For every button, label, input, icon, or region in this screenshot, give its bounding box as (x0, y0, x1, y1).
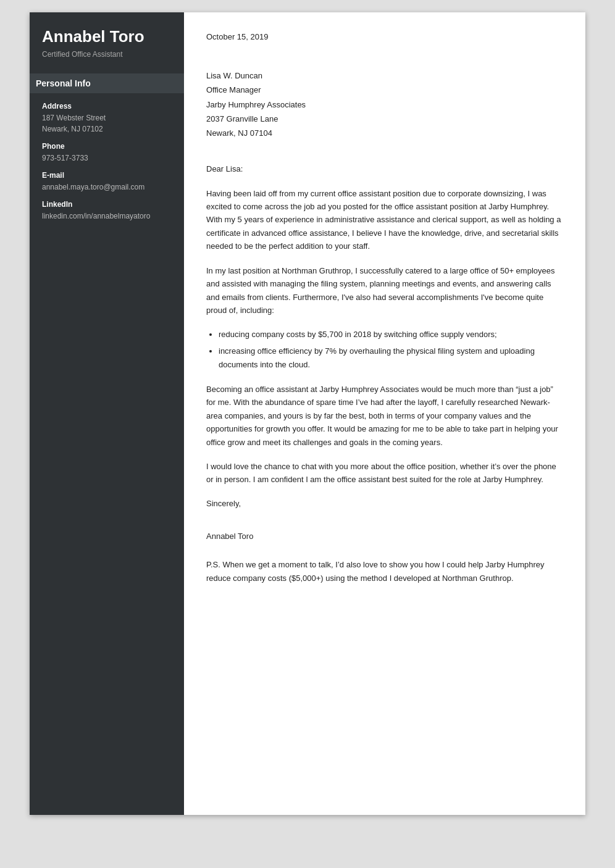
ps-paragraph: P.S. When we get a moment to talk, I’d a… (206, 558, 563, 585)
linkedin-label: LinkedIn (42, 200, 172, 209)
recipient-title: Office Manager (206, 83, 563, 97)
linkedin-value: linkedin.com/in/annabelmayatoro (42, 211, 172, 222)
accomplishments-list: reducing company costs by $5,700 in 2018… (219, 328, 563, 371)
letter-date: October 15, 2019 (206, 31, 563, 44)
address-line1: 187 Webster Street (42, 112, 172, 123)
recipient-address2: Newark, NJ 07104 (206, 126, 563, 140)
signature: Annabel Toro (206, 530, 563, 543)
address-label: Address (42, 102, 172, 111)
recipient-block: Lisa W. Duncan Office Manager Jarby Hump… (206, 69, 563, 141)
closing: Sincerely, (206, 498, 563, 511)
recipient-company: Jarby Humphrey Associates (206, 98, 563, 112)
sidebar: Annabel Toro Certified Office Assistant … (30, 12, 184, 815)
paragraph-2: In my last position at Northman Gruthrop… (206, 264, 563, 317)
phone-value: 973-517-3733 (42, 152, 172, 164)
paragraph-4: I would love the chance to chat with you… (206, 460, 563, 486)
applicant-title: Certified Office Assistant (42, 50, 172, 59)
page: Annabel Toro Certified Office Assistant … (30, 12, 585, 815)
recipient-address1: 2037 Granville Lane (206, 112, 563, 126)
salutation: Dear Lisa: (206, 163, 563, 176)
email-label: E-mail (42, 171, 172, 180)
recipient-name: Lisa W. Duncan (206, 69, 563, 83)
main-content: October 15, 2019 Lisa W. Duncan Office M… (184, 12, 585, 815)
paragraph-3: Becoming an office assistant at Jarby Hu… (206, 383, 563, 449)
phone-label: Phone (42, 142, 172, 151)
bullet-item-1: reducing company costs by $5,700 in 2018… (219, 328, 563, 341)
personal-info-heading: Personal Info (30, 73, 184, 93)
bullet-item-2: increasing office efficiency by 7% by ov… (219, 344, 563, 372)
applicant-name: Annabel Toro (42, 27, 172, 46)
address-line2: Newark, NJ 07102 (42, 123, 172, 135)
paragraph-1: Having been laid off from my current off… (206, 187, 563, 253)
email-value: annabel.maya.toro@gmail.com (42, 182, 172, 193)
